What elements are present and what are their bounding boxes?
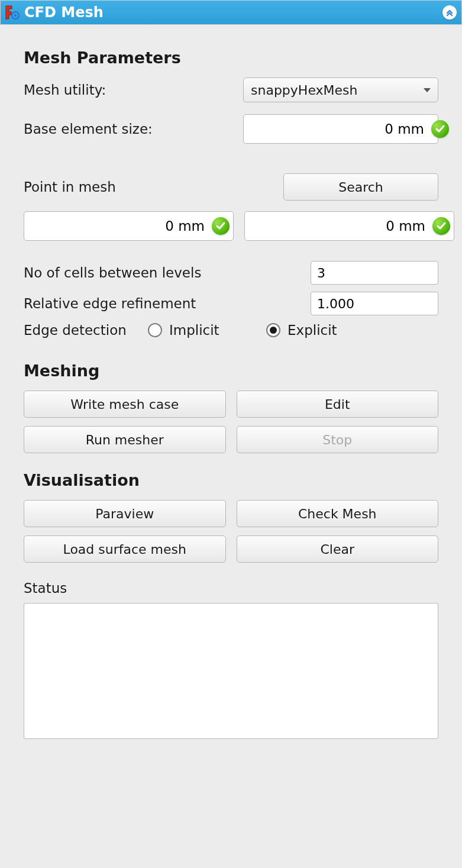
point-y-input[interactable] (251, 218, 428, 234)
edge-implicit-radio[interactable] (148, 323, 162, 337)
rel-edge-ref-label: Relative edge refinement (24, 296, 196, 311)
section-meshing: Meshing (24, 362, 438, 380)
valid-check-icon (431, 120, 449, 138)
run-mesher-button[interactable]: Run mesher (24, 426, 226, 453)
base-element-size-field[interactable] (243, 114, 438, 144)
status-label: Status (24, 580, 438, 596)
collapse-panel-button[interactable] (442, 5, 457, 20)
mesh-utility-combo[interactable]: snappyHexMesh (243, 78, 438, 102)
edge-explicit-radio[interactable] (266, 323, 280, 337)
edge-explicit-label: Explicit (287, 322, 337, 338)
write-mesh-case-button[interactable]: Write mesh case (24, 391, 226, 418)
point-y-field[interactable] (244, 211, 454, 241)
search-button[interactable]: Search (283, 173, 438, 201)
status-textarea[interactable] (24, 603, 438, 739)
titlebar: CFD Mesh (0, 0, 462, 25)
rel-edge-ref-input[interactable] (311, 292, 438, 315)
cells-between-input[interactable] (311, 262, 438, 284)
base-element-size-input[interactable] (250, 121, 427, 137)
valid-check-icon (212, 217, 230, 235)
stop-button: Stop (237, 426, 439, 453)
svg-point-1 (14, 14, 17, 17)
edge-implicit-label: Implicit (169, 322, 219, 338)
panel-content: Mesh Parameters Mesh utility: snappyHexM… (0, 25, 462, 754)
cells-between-spin[interactable] (311, 261, 438, 285)
freecad-icon (4, 4, 21, 21)
edge-detection-label: Edge detection (24, 322, 148, 338)
check-mesh-button[interactable]: Check Mesh (237, 500, 439, 527)
load-surface-mesh-button[interactable]: Load surface mesh (24, 535, 226, 563)
valid-check-icon (432, 217, 450, 235)
rel-edge-ref-spin[interactable] (311, 292, 438, 315)
base-element-size-label: Base element size: (24, 121, 153, 137)
cells-between-label: No of cells between levels (24, 265, 201, 280)
chevron-down-icon (424, 88, 431, 92)
section-mesh-parameters: Mesh Parameters (24, 49, 438, 67)
point-x-input[interactable] (30, 218, 207, 234)
point-x-field[interactable] (24, 211, 234, 241)
titlebar-title: CFD Mesh (24, 4, 104, 21)
mesh-utility-value: snappyHexMesh (251, 83, 357, 98)
point-in-mesh-label: Point in mesh (24, 179, 116, 195)
clear-button[interactable]: Clear (237, 535, 439, 563)
mesh-utility-label: Mesh utility: (24, 82, 106, 98)
edit-button[interactable]: Edit (237, 391, 439, 418)
section-visualisation: Visualisation (24, 471, 438, 489)
paraview-button[interactable]: Paraview (24, 500, 226, 527)
